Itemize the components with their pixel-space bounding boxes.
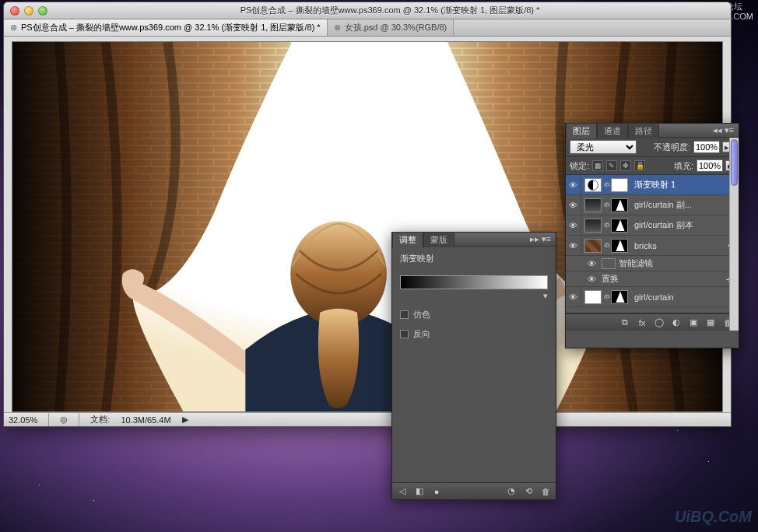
adjustment-icon[interactable]: ◐	[670, 317, 683, 329]
layer-name[interactable]: girl/curtain	[631, 292, 739, 302]
traffic-lights	[10, 6, 47, 16]
layers-footer: ⧉ fx ◯ ◐ ▣ ▦ 🗑	[566, 313, 739, 331]
visibility-icon[interactable]: 👁	[588, 275, 602, 284]
opacity-input[interactable]	[693, 141, 720, 153]
group-icon[interactable]: ▣	[687, 317, 700, 329]
adjustment-type-label: 渐变映射	[400, 253, 548, 264]
layer-row[interactable]: 👁 𐄷 bricks ▾	[566, 236, 739, 256]
close-window-button[interactable]	[10, 6, 19, 16]
layer-thumb-icon[interactable]	[584, 219, 602, 233]
fill-input[interactable]	[697, 159, 723, 172]
layer-row[interactable]: 👁 𐄷 girl/curtain 副...	[566, 195, 739, 215]
fill-label: 填充:	[674, 160, 693, 172]
panel-header[interactable]: 图层 通道 路径 ◂◂▾≡	[566, 124, 739, 138]
close-tab-icon[interactable]: ⊗	[334, 23, 341, 33]
panel-header[interactable]: 调整 蒙版 ▸▸▾≡	[392, 233, 556, 247]
panel-collapse-icon[interactable]: ◂◂	[713, 125, 722, 135]
filter-mask-icon[interactable]	[602, 258, 616, 269]
visibility-icon[interactable]: 👁	[566, 175, 581, 194]
document-tab-inactive[interactable]: ⊗ 女孩.psd @ 30.3%(RGB/8)	[328, 19, 454, 36]
reverse-checkbox[interactable]: 反向	[400, 328, 548, 340]
lock-label: 锁定:	[570, 160, 589, 172]
adjustments-panel[interactable]: 调整 蒙版 ▸▸▾≡ 渐变映射 ▾ 仿色 反向 ◁ ◧ ● ◔ ⟲ 🗑	[391, 232, 556, 500]
visibility-icon[interactable]: 👁	[588, 259, 602, 268]
visibility-icon[interactable]: 👁	[566, 215, 581, 235]
layers-panel[interactable]: 图层 通道 路径 ◂◂▾≡ 柔光 不透明度: ▸ 锁定: ▦ ✎ ✥ 🔒 填充:…	[565, 123, 739, 348]
mask-icon[interactable]: ◯	[653, 317, 665, 329]
tab-channels[interactable]: 通道	[597, 123, 628, 138]
layers-scrollbar[interactable]	[729, 138, 739, 331]
titlebar[interactable]: PS创意合成 – 撕裂的墙壁www.ps369.com @ 32.1% (渐变映…	[4, 2, 731, 19]
visibility-icon[interactable]: 👁	[566, 287, 581, 306]
status-bar: 32.05% ◎ 文档: 10.3M/65.4M ▶	[4, 412, 731, 426]
layer-row[interactable]: 👁 𐄷 girl/curtain 副本	[566, 215, 739, 236]
tab-label: PS创意合成 – 撕裂的墙壁www.ps369.com @ 32.1% (渐变映…	[21, 22, 321, 33]
adjustments-footer: ◁ ◧ ● ◔ ⟲ 🗑	[392, 482, 556, 499]
document-tab-active[interactable]: ⊗ PS创意合成 – 撕裂的墙壁www.ps369.com @ 32.1% (渐…	[4, 19, 328, 36]
tab-paths[interactable]: 路径	[628, 123, 659, 138]
mask-thumb-icon[interactable]	[611, 198, 628, 212]
tab-masks[interactable]: 蒙版	[423, 232, 454, 247]
visibility-icon[interactable]: 👁	[566, 195, 581, 215]
layer-list: 👁 𐄷 渐变映射 1 👁 𐄷 girl/curtain 副... 👁 𐄷 gir…	[566, 175, 739, 313]
link-icon[interactable]: 𐄷	[603, 219, 609, 233]
tab-layers[interactable]: 图层	[566, 123, 597, 138]
layer-thumb-icon[interactable]	[584, 290, 602, 304]
reset-icon[interactable]: ⟲	[523, 486, 534, 497]
doc-size-label: 文档:	[90, 414, 110, 425]
gradient-dropdown-icon[interactable]: ▾	[400, 291, 548, 301]
document-tab-bar: ⊗ PS创意合成 – 撕裂的墙壁www.ps369.com @ 32.1% (渐…	[4, 19, 731, 37]
close-tab-icon[interactable]: ⊗	[10, 23, 17, 33]
window-title: PS创意合成 – 撕裂的墙壁www.ps369.com @ 32.1% (渐变映…	[55, 5, 725, 16]
prev-state-icon[interactable]: ◔	[506, 486, 517, 497]
zoom-level[interactable]: 32.05%	[9, 415, 37, 425]
lock-transparent-icon[interactable]: ▦	[592, 160, 603, 171]
layer-name[interactable]: bricks	[631, 241, 728, 250]
watermark-bottom: UiBQ.CoM	[675, 508, 752, 526]
delete-icon[interactable]: 🗑	[540, 486, 551, 497]
tab-label: 女孩.psd @ 30.3%(RGB/8)	[345, 22, 447, 33]
fx-icon[interactable]: fx	[636, 317, 648, 329]
layer-thumb-icon[interactable]	[584, 178, 602, 192]
back-icon[interactable]: ◁	[397, 486, 408, 497]
link-icon[interactable]: 𐄷	[603, 178, 609, 192]
layer-thumb-icon[interactable]	[584, 239, 602, 253]
tab-adjustments[interactable]: 调整	[392, 232, 423, 247]
clip-icon[interactable]: ◧	[414, 486, 425, 497]
layer-name[interactable]: girl/curtain 副...	[631, 199, 739, 211]
layer-row[interactable]: 👁 𐄷 渐变映射 1	[566, 175, 739, 195]
view-icon[interactable]: ●	[431, 486, 442, 497]
status-more-icon[interactable]: ▶	[182, 415, 188, 425]
doc-size-value: 10.3M/65.4M	[121, 415, 170, 425]
new-layer-icon[interactable]: ▦	[704, 317, 717, 329]
layer-thumb-icon[interactable]	[584, 198, 602, 212]
link-icon[interactable]: 𐄷	[603, 239, 609, 253]
zoom-window-button[interactable]	[38, 6, 47, 16]
link-icon[interactable]: 𐄷	[603, 290, 609, 304]
link-icon[interactable]: 𐄷	[603, 198, 609, 212]
lock-pixels-icon[interactable]: ✎	[606, 160, 617, 171]
panel-expand-icon[interactable]: ▸▸	[530, 234, 539, 244]
blend-mode-select[interactable]: 柔光	[570, 140, 637, 154]
layer-name[interactable]: 渐变映射 1	[631, 179, 739, 191]
mask-thumb-icon[interactable]	[611, 219, 628, 233]
lock-all-icon[interactable]: 🔒	[634, 160, 645, 171]
gradient-preview[interactable]	[400, 275, 548, 289]
layer-row[interactable]: 👁 𐄷 girl/curtain	[566, 287, 739, 307]
minimize-window-button[interactable]	[24, 6, 33, 16]
mask-thumb-icon[interactable]	[611, 239, 628, 253]
panel-menu-icon[interactable]: ▾≡	[542, 234, 551, 244]
dither-checkbox[interactable]: 仿色	[400, 309, 548, 320]
link-layers-icon[interactable]: ⧉	[619, 317, 631, 329]
layer-name[interactable]: girl/curtain 副本	[631, 219, 739, 231]
nav-icon[interactable]: ◎	[60, 415, 68, 425]
opacity-label: 不透明度:	[654, 142, 690, 153]
smart-filters-row[interactable]: 👁 智能滤镜	[566, 256, 739, 271]
lock-position-icon[interactable]: ✥	[620, 160, 631, 171]
mask-thumb-icon[interactable]	[611, 290, 628, 304]
visibility-icon[interactable]: 👁	[566, 236, 581, 255]
panel-menu-icon[interactable]: ▾≡	[725, 125, 734, 135]
filter-row[interactable]: 👁 置换 ⌯	[566, 271, 739, 287]
mask-thumb-icon[interactable]	[611, 178, 628, 192]
